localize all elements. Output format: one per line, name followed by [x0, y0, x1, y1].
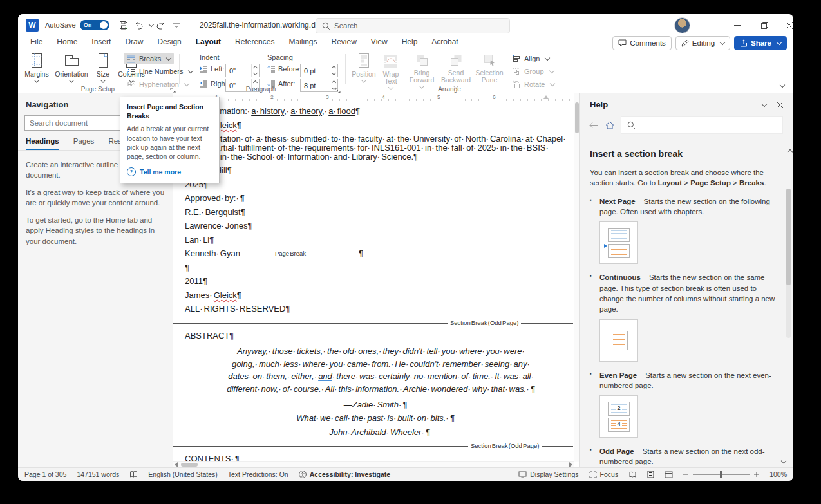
minimize-button[interactable] [725, 14, 750, 36]
search-input[interactable]: Search [316, 18, 510, 33]
share-button[interactable]: Share [734, 36, 787, 50]
margins-button[interactable]: Margins [22, 52, 52, 83]
web-layout-button[interactable] [665, 471, 673, 478]
tab-design[interactable]: Design [150, 36, 188, 50]
restore-button[interactable] [752, 14, 777, 36]
close-button[interactable] [777, 14, 793, 36]
page-setup-dialog-launcher[interactable] [170, 85, 177, 92]
zoom-out-icon[interactable] [683, 472, 688, 477]
home-icon[interactable] [605, 121, 614, 129]
tab-file[interactable]: File [23, 36, 50, 50]
indent-marker[interactable] [543, 95, 549, 99]
collapse-section-icon[interactable] [788, 149, 793, 154]
help-intro: You can insert a section break and choos… [590, 167, 777, 189]
accessibility-status[interactable]: Accessibility: Investigate [299, 471, 390, 478]
align-button[interactable]: Align [509, 53, 552, 64]
document-canvas[interactable]: 1 2 3 4 5 6 The· information:· a· histor… [173, 93, 580, 468]
help-scrollbar-thumb[interactable] [786, 189, 791, 285]
tab-insert[interactable]: Insert [84, 36, 118, 50]
tab-home[interactable]: Home [50, 36, 84, 50]
toggle-knob [100, 21, 108, 29]
spacing-before-label: Before: [267, 65, 301, 73]
avatar[interactable] [674, 17, 690, 33]
help-scrollbar[interactable] [786, 189, 791, 338]
line-numbers-button[interactable]: Line Numbers [124, 66, 196, 77]
focus-button[interactable]: Focus [589, 471, 619, 478]
help-search-input[interactable] [621, 116, 783, 134]
tab-references[interactable]: References [228, 36, 281, 50]
tab-review[interactable]: Review [324, 36, 363, 50]
tell-me-more-link[interactable]: ? Tell me more [127, 167, 212, 176]
doc-quote: Anyway,· those· tickets,· the· old· ones… [225, 345, 537, 395]
even-page-illustration: 2 4 [599, 395, 638, 438]
help-pane: Help Insert a section break You can inse… [579, 93, 793, 468]
horizontal-scrollbar-thumb[interactable] [181, 463, 198, 467]
nav-tab-headings[interactable]: Headings [26, 137, 59, 150]
zoom-level[interactable]: 100% [769, 471, 787, 478]
editing-button[interactable]: Editing [675, 36, 730, 50]
help-item-next-page: Next PageStarts the new section on the f… [590, 196, 777, 218]
arrange-group-label: Arrange [346, 86, 552, 93]
indent-left-spinner[interactable] [251, 64, 259, 77]
tab-help[interactable]: Help [395, 36, 425, 50]
display-settings-button[interactable]: Display Settings [518, 471, 578, 478]
size-button[interactable]: Size [90, 52, 116, 83]
bring-forward-icon [414, 52, 429, 68]
help-item-odd-page: Odd PageStarts a new section on the next… [590, 446, 777, 467]
scroll-left-icon[interactable] [175, 462, 178, 467]
accessibility-icon [299, 471, 307, 478]
customize-qat-icon[interactable] [169, 18, 184, 32]
autosave-toggle[interactable]: On [80, 20, 109, 30]
tab-mailings[interactable]: Mailings [281, 36, 324, 50]
word-window: W AutoSave On 2025fall.the-information.w… [18, 14, 793, 481]
tab-acrobat[interactable]: Acrobat [424, 36, 465, 50]
text-predictions[interactable]: Text Predictions: On [228, 471, 288, 478]
doc-quote-2: What· we· call· the· past· is· built· on… [185, 414, 566, 423]
indent-left-input[interactable]: 0" [225, 64, 260, 77]
tab-layout[interactable]: Layout [189, 36, 228, 51]
group-icon [512, 68, 521, 76]
selection-pane-icon [482, 52, 497, 68]
help-close-icon[interactable] [777, 102, 783, 108]
document-text[interactable]: The· information:· a· history,· a· theor… [185, 107, 566, 468]
page-indicator[interactable]: Page 1 of 305 [24, 471, 66, 478]
tab-view[interactable]: View [364, 36, 395, 50]
align-icon [512, 55, 521, 63]
collapse-ribbon-icon[interactable] [778, 78, 784, 89]
save-icon[interactable] [117, 18, 131, 32]
section-break: Section Break (Odd Page) [185, 442, 566, 451]
breaks-button[interactable]: Breaks [124, 53, 174, 64]
help-options-chevron-icon[interactable] [762, 101, 767, 106]
word-count[interactable]: 147151 words [77, 471, 119, 478]
spacing-before-input[interactable]: 0 pt [300, 64, 338, 77]
ribbon: Margins Orientation Size Columns Breaks … [18, 50, 793, 94]
doc-line: James· Gleick¶ [185, 291, 566, 300]
undo-icon[interactable] [132, 18, 146, 32]
back-icon[interactable] [589, 122, 599, 129]
undo-chevron-icon[interactable] [148, 22, 153, 27]
zoom-slider[interactable] [683, 472, 759, 477]
spacing-before-spinner[interactable] [330, 64, 337, 77]
zoom-thumb[interactable] [720, 471, 722, 478]
comments-button[interactable]: Comments [612, 36, 672, 50]
search-icon [322, 22, 330, 30]
proofing-icon[interactable] [129, 471, 138, 478]
document-title[interactable]: 2025fall.the-information.working.docx [200, 21, 328, 30]
scroll-right-icon[interactable] [569, 462, 572, 467]
language-indicator[interactable]: English (United States) [148, 471, 217, 478]
nav-tab-pages[interactable]: Pages [73, 137, 95, 150]
zoom-track[interactable] [693, 474, 750, 475]
tab-draw[interactable]: Draw [118, 36, 150, 50]
zoom-in-icon[interactable] [754, 472, 759, 477]
wrap-text-icon [383, 52, 399, 69]
paragraph-dialog-launcher[interactable] [335, 85, 342, 92]
redo-icon[interactable] [154, 18, 168, 32]
orientation-button[interactable]: Orientation [53, 52, 90, 83]
word-logo-icon[interactable]: W [26, 19, 39, 32]
page-thumb: 2 [608, 402, 630, 416]
doc-author-line: James· Gleick¶ [185, 121, 566, 130]
print-layout-button[interactable] [647, 471, 654, 478]
doc-title-line: The· information:· a· history,· a· theor… [185, 107, 566, 116]
read-mode-button[interactable] [628, 471, 637, 478]
doc-line: Lan· Li¶ [185, 236, 566, 245]
